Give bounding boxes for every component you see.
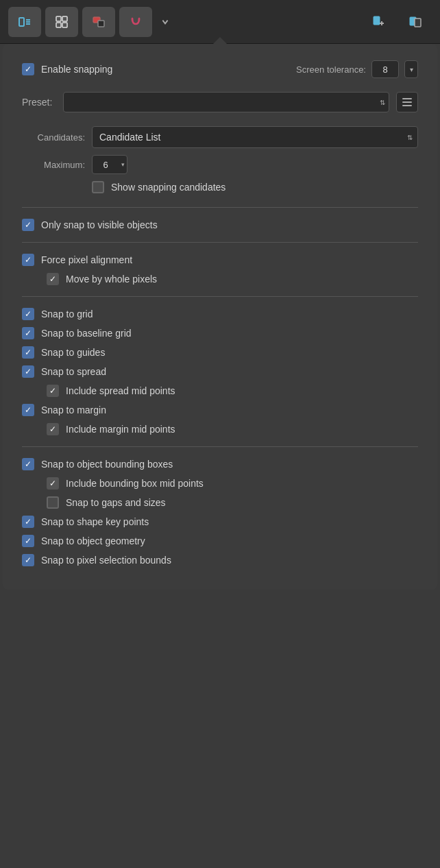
candidates-select[interactable]: Candidate List: [92, 126, 418, 148]
checkmark-icon: ✓: [25, 556, 32, 564]
frame-button[interactable]: [82, 7, 115, 37]
include-spread-mid-label: Include spread mid points: [66, 385, 175, 396]
svg-rect-0: [19, 18, 24, 26]
include-spread-mid-row: ✓ Include spread mid points: [22, 385, 418, 397]
force-pixel-alignment-checkbox[interactable]: ✓: [22, 254, 34, 266]
snap-to-object-bounding-label: Snap to object bounding boxes: [41, 459, 173, 470]
maximum-input-container: ▾: [92, 155, 127, 174]
grid-button[interactable]: [45, 7, 78, 37]
checkmark-icon: ✓: [25, 460, 32, 468]
move-whole-pixels-checkbox[interactable]: ✓: [47, 273, 59, 285]
snap-to-margin-label: Snap to margin: [41, 405, 106, 415]
snap-to-spread-label: Snap to spread: [41, 366, 106, 377]
toolbar-dropdown-button[interactable]: [156, 7, 174, 37]
snap-to-grid-label: Snap to grid: [41, 309, 93, 320]
snap-to-shape-key-label: Snap to shape key points: [41, 516, 149, 527]
checkmark-icon: ✓: [25, 348, 32, 357]
include-margin-mid-label: Include margin mid points: [66, 424, 175, 435]
add-page-button[interactable]: [362, 7, 395, 37]
snap-to-spread-row: ✓ Snap to spread: [22, 365, 418, 378]
preset-select[interactable]: [63, 92, 389, 112]
snap-to-baseline-grid-checkbox[interactable]: ✓: [22, 327, 34, 339]
svg-rect-13: [374, 16, 380, 25]
snap-to-gaps-checkbox[interactable]: [47, 496, 59, 509]
snap-to-guides-checkbox[interactable]: ✓: [22, 346, 34, 359]
enable-snapping-label: Enable snapping: [41, 64, 112, 75]
preset-label: Preset:: [22, 97, 56, 108]
checkmark-icon: ✓: [49, 425, 56, 433]
snap-to-spread-checkbox[interactable]: ✓: [22, 365, 34, 378]
snap-to-pixel-selection-row: ✓ Snap to pixel selection bounds: [22, 554, 418, 566]
snapping-panel: ✓ Enable snapping Screen tolerance: ▾ Pr…: [3, 44, 437, 590]
candidates-row: Candidates: Candidate List ⇅: [30, 126, 418, 148]
snap-to-pixel-selection-checkbox[interactable]: ✓: [22, 554, 34, 566]
snap-to-object-geometry-label: Snap to object geometry: [41, 535, 145, 546]
checkmark-icon: ✓: [49, 275, 56, 283]
pages-button[interactable]: [399, 7, 432, 37]
candidates-label: Candidates:: [30, 132, 85, 143]
snap-to-gaps-label: Snap to gaps and sizes: [66, 497, 166, 508]
snap-to-grid-checkbox[interactable]: ✓: [22, 308, 34, 320]
checkmark-icon: ✓: [25, 329, 32, 337]
show-candidates-row: Show snapping candidates: [30, 181, 418, 193]
maximum-input[interactable]: [92, 155, 127, 174]
candidates-select-container: Candidate List ⇅: [92, 126, 418, 148]
enable-snapping-left: ✓ Enable snapping: [22, 63, 112, 75]
maximum-label: Maximum:: [30, 160, 85, 170]
svg-rect-17: [415, 19, 421, 27]
divider-2: [22, 242, 418, 243]
include-margin-mid-row: ✓ Include margin mid points: [22, 423, 418, 435]
snap-to-shape-key-checkbox[interactable]: ✓: [22, 516, 34, 528]
screen-tolerance-input[interactable]: [371, 60, 399, 78]
preset-select-container: ⇅: [63, 92, 389, 112]
move-whole-pixels-row: ✓ Move by whole pixels: [22, 273, 418, 285]
checkmark-icon: ✓: [25, 221, 32, 229]
show-snapping-candidates-checkbox[interactable]: [92, 181, 104, 193]
snap-to-baseline-grid-row: ✓ Snap to baseline grid: [22, 327, 418, 339]
include-bounding-mid-label: Include bounding box mid points: [66, 478, 204, 489]
hamburger-icon: [402, 98, 412, 106]
only-snap-visible-checkbox[interactable]: ✓: [22, 219, 34, 231]
maximum-row: Maximum: ▾: [30, 155, 418, 174]
enable-snapping-checkbox[interactable]: ✓: [22, 63, 34, 75]
hamburger-line-2: [402, 101, 412, 103]
svg-rect-4: [56, 16, 61, 21]
include-bounding-mid-row: ✓ Include bounding box mid points: [22, 477, 418, 490]
include-spread-mid-checkbox[interactable]: ✓: [47, 385, 59, 397]
preset-row: Preset: ⇅: [22, 92, 418, 112]
snap-to-shape-key-row: ✓ Snap to shape key points: [22, 516, 418, 528]
checkmark-icon: ✓: [25, 65, 32, 73]
checkmark-icon: ✓: [49, 387, 56, 395]
hamburger-line-3: [402, 105, 412, 106]
snap-to-object-bounding-checkbox[interactable]: ✓: [22, 458, 34, 470]
force-pixel-alignment-row: ✓ Force pixel alignment: [22, 254, 418, 266]
header-row: ✓ Enable snapping Screen tolerance: ▾: [22, 60, 418, 78]
include-bounding-mid-checkbox[interactable]: ✓: [47, 477, 59, 490]
snap-to-margin-checkbox[interactable]: ✓: [22, 404, 34, 416]
preset-menu-button[interactable]: [396, 92, 418, 112]
svg-rect-6: [56, 23, 61, 27]
snap-to-object-geometry-row: ✓ Snap to object geometry: [22, 535, 418, 547]
snap-to-pixel-selection-label: Snap to pixel selection bounds: [41, 555, 171, 566]
magnet-button[interactable]: [119, 7, 152, 37]
tolerance-dropdown[interactable]: ▾: [404, 60, 418, 78]
checkmark-icon: ✓: [25, 518, 32, 526]
layout-button[interactable]: [8, 7, 41, 37]
checkmark-icon: ✓: [25, 256, 32, 264]
snap-to-object-geometry-checkbox[interactable]: ✓: [22, 535, 34, 547]
move-whole-pixels-label: Move by whole pixels: [66, 274, 157, 285]
snap-to-guides-row: ✓ Snap to guides: [22, 346, 418, 359]
include-margin-mid-checkbox[interactable]: ✓: [47, 423, 59, 435]
svg-rect-10: [98, 21, 104, 27]
screen-tolerance-label: Screen tolerance:: [296, 64, 366, 75]
candidates-section: Candidates: Candidate List ⇅ Maximum: ▾ …: [22, 126, 418, 193]
snap-to-baseline-grid-label: Snap to baseline grid: [41, 328, 132, 339]
snap-to-object-bounding-row: ✓ Snap to object bounding boxes: [22, 458, 418, 470]
svg-rect-5: [62, 16, 67, 21]
toolbar-right: [362, 7, 432, 37]
snap-to-grid-row: ✓ Snap to grid: [22, 308, 418, 320]
checkmark-icon: ✓: [49, 479, 56, 487]
snap-to-margin-row: ✓ Snap to margin: [22, 404, 418, 416]
show-snapping-candidates-label: Show snapping candidates: [111, 182, 225, 193]
tolerance-right: Screen tolerance: ▾: [296, 60, 418, 78]
